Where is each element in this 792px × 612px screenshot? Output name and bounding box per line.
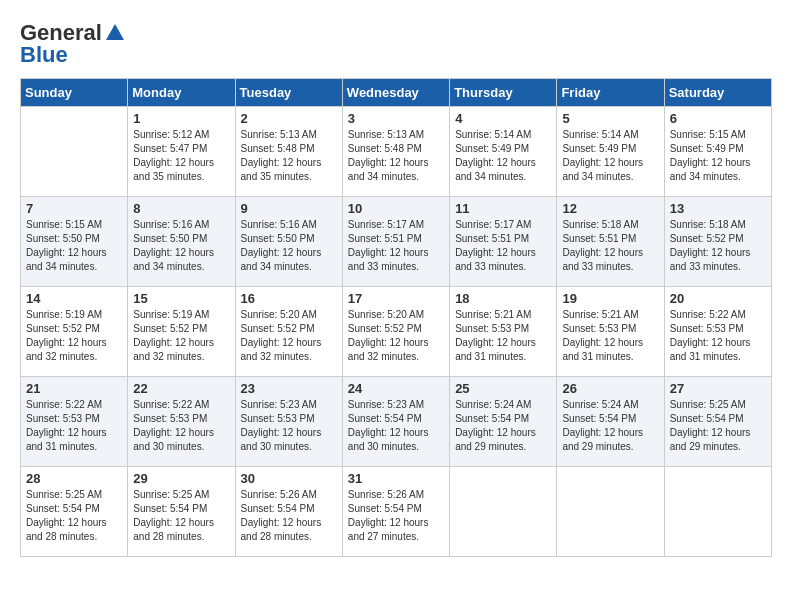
calendar-cell: 1Sunrise: 5:12 AM Sunset: 5:47 PM Daylig… — [128, 107, 235, 197]
calendar-cell: 3Sunrise: 5:13 AM Sunset: 5:48 PM Daylig… — [342, 107, 449, 197]
day-number: 8 — [133, 201, 229, 216]
day-info: Sunrise: 5:20 AM Sunset: 5:52 PM Dayligh… — [241, 308, 337, 364]
day-info: Sunrise: 5:13 AM Sunset: 5:48 PM Dayligh… — [348, 128, 444, 184]
calendar-cell: 7Sunrise: 5:15 AM Sunset: 5:50 PM Daylig… — [21, 197, 128, 287]
calendar-week-row: 21Sunrise: 5:22 AM Sunset: 5:53 PM Dayli… — [21, 377, 772, 467]
calendar-header-sunday: Sunday — [21, 79, 128, 107]
day-number: 21 — [26, 381, 122, 396]
day-number: 27 — [670, 381, 766, 396]
logo-flag-icon — [104, 22, 126, 44]
calendar-cell: 6Sunrise: 5:15 AM Sunset: 5:49 PM Daylig… — [664, 107, 771, 197]
day-number: 26 — [562, 381, 658, 396]
day-number: 23 — [241, 381, 337, 396]
calendar-cell: 23Sunrise: 5:23 AM Sunset: 5:53 PM Dayli… — [235, 377, 342, 467]
calendar-cell: 4Sunrise: 5:14 AM Sunset: 5:49 PM Daylig… — [450, 107, 557, 197]
svg-marker-0 — [106, 24, 124, 40]
day-info: Sunrise: 5:26 AM Sunset: 5:54 PM Dayligh… — [241, 488, 337, 544]
day-info: Sunrise: 5:17 AM Sunset: 5:51 PM Dayligh… — [455, 218, 551, 274]
calendar-cell: 18Sunrise: 5:21 AM Sunset: 5:53 PM Dayli… — [450, 287, 557, 377]
day-number: 11 — [455, 201, 551, 216]
day-number: 2 — [241, 111, 337, 126]
day-number: 1 — [133, 111, 229, 126]
day-info: Sunrise: 5:26 AM Sunset: 5:54 PM Dayligh… — [348, 488, 444, 544]
day-number: 28 — [26, 471, 122, 486]
calendar-cell: 8Sunrise: 5:16 AM Sunset: 5:50 PM Daylig… — [128, 197, 235, 287]
calendar-header-wednesday: Wednesday — [342, 79, 449, 107]
day-info: Sunrise: 5:22 AM Sunset: 5:53 PM Dayligh… — [670, 308, 766, 364]
calendar-cell: 11Sunrise: 5:17 AM Sunset: 5:51 PM Dayli… — [450, 197, 557, 287]
calendar-cell: 20Sunrise: 5:22 AM Sunset: 5:53 PM Dayli… — [664, 287, 771, 377]
calendar-cell: 29Sunrise: 5:25 AM Sunset: 5:54 PM Dayli… — [128, 467, 235, 557]
calendar-cell: 21Sunrise: 5:22 AM Sunset: 5:53 PM Dayli… — [21, 377, 128, 467]
day-number: 18 — [455, 291, 551, 306]
day-info: Sunrise: 5:21 AM Sunset: 5:53 PM Dayligh… — [562, 308, 658, 364]
day-info: Sunrise: 5:24 AM Sunset: 5:54 PM Dayligh… — [455, 398, 551, 454]
day-number: 16 — [241, 291, 337, 306]
day-info: Sunrise: 5:14 AM Sunset: 5:49 PM Dayligh… — [455, 128, 551, 184]
day-number: 5 — [562, 111, 658, 126]
day-info: Sunrise: 5:20 AM Sunset: 5:52 PM Dayligh… — [348, 308, 444, 364]
day-number: 17 — [348, 291, 444, 306]
calendar-cell: 24Sunrise: 5:23 AM Sunset: 5:54 PM Dayli… — [342, 377, 449, 467]
calendar-cell — [450, 467, 557, 557]
calendar-header-tuesday: Tuesday — [235, 79, 342, 107]
day-info: Sunrise: 5:13 AM Sunset: 5:48 PM Dayligh… — [241, 128, 337, 184]
day-info: Sunrise: 5:21 AM Sunset: 5:53 PM Dayligh… — [455, 308, 551, 364]
day-number: 30 — [241, 471, 337, 486]
calendar-week-row: 28Sunrise: 5:25 AM Sunset: 5:54 PM Dayli… — [21, 467, 772, 557]
day-number: 20 — [670, 291, 766, 306]
day-info: Sunrise: 5:25 AM Sunset: 5:54 PM Dayligh… — [133, 488, 229, 544]
day-number: 13 — [670, 201, 766, 216]
calendar-week-row: 7Sunrise: 5:15 AM Sunset: 5:50 PM Daylig… — [21, 197, 772, 287]
day-info: Sunrise: 5:23 AM Sunset: 5:54 PM Dayligh… — [348, 398, 444, 454]
day-info: Sunrise: 5:24 AM Sunset: 5:54 PM Dayligh… — [562, 398, 658, 454]
calendar-cell: 15Sunrise: 5:19 AM Sunset: 5:52 PM Dayli… — [128, 287, 235, 377]
day-number: 10 — [348, 201, 444, 216]
day-number: 31 — [348, 471, 444, 486]
day-number: 25 — [455, 381, 551, 396]
day-info: Sunrise: 5:15 AM Sunset: 5:49 PM Dayligh… — [670, 128, 766, 184]
calendar-header-row: SundayMondayTuesdayWednesdayThursdayFrid… — [21, 79, 772, 107]
day-number: 14 — [26, 291, 122, 306]
calendar-header-friday: Friday — [557, 79, 664, 107]
calendar-cell: 13Sunrise: 5:18 AM Sunset: 5:52 PM Dayli… — [664, 197, 771, 287]
calendar-week-row: 1Sunrise: 5:12 AM Sunset: 5:47 PM Daylig… — [21, 107, 772, 197]
day-info: Sunrise: 5:18 AM Sunset: 5:51 PM Dayligh… — [562, 218, 658, 274]
calendar-header-thursday: Thursday — [450, 79, 557, 107]
day-info: Sunrise: 5:25 AM Sunset: 5:54 PM Dayligh… — [26, 488, 122, 544]
calendar-cell: 19Sunrise: 5:21 AM Sunset: 5:53 PM Dayli… — [557, 287, 664, 377]
calendar-cell: 28Sunrise: 5:25 AM Sunset: 5:54 PM Dayli… — [21, 467, 128, 557]
day-number: 29 — [133, 471, 229, 486]
day-info: Sunrise: 5:14 AM Sunset: 5:49 PM Dayligh… — [562, 128, 658, 184]
calendar-header-saturday: Saturday — [664, 79, 771, 107]
calendar-header-monday: Monday — [128, 79, 235, 107]
day-number: 24 — [348, 381, 444, 396]
day-info: Sunrise: 5:16 AM Sunset: 5:50 PM Dayligh… — [241, 218, 337, 274]
header: General Blue — [20, 20, 772, 68]
day-number: 6 — [670, 111, 766, 126]
day-info: Sunrise: 5:19 AM Sunset: 5:52 PM Dayligh… — [133, 308, 229, 364]
calendar-table: SundayMondayTuesdayWednesdayThursdayFrid… — [20, 78, 772, 557]
day-info: Sunrise: 5:17 AM Sunset: 5:51 PM Dayligh… — [348, 218, 444, 274]
day-info: Sunrise: 5:19 AM Sunset: 5:52 PM Dayligh… — [26, 308, 122, 364]
day-info: Sunrise: 5:25 AM Sunset: 5:54 PM Dayligh… — [670, 398, 766, 454]
calendar-cell: 10Sunrise: 5:17 AM Sunset: 5:51 PM Dayli… — [342, 197, 449, 287]
day-info: Sunrise: 5:12 AM Sunset: 5:47 PM Dayligh… — [133, 128, 229, 184]
calendar-cell: 22Sunrise: 5:22 AM Sunset: 5:53 PM Dayli… — [128, 377, 235, 467]
day-number: 22 — [133, 381, 229, 396]
day-number: 19 — [562, 291, 658, 306]
day-number: 4 — [455, 111, 551, 126]
day-number: 7 — [26, 201, 122, 216]
calendar-cell: 27Sunrise: 5:25 AM Sunset: 5:54 PM Dayli… — [664, 377, 771, 467]
calendar-cell: 31Sunrise: 5:26 AM Sunset: 5:54 PM Dayli… — [342, 467, 449, 557]
calendar-week-row: 14Sunrise: 5:19 AM Sunset: 5:52 PM Dayli… — [21, 287, 772, 377]
day-number: 9 — [241, 201, 337, 216]
calendar-cell — [557, 467, 664, 557]
day-info: Sunrise: 5:23 AM Sunset: 5:53 PM Dayligh… — [241, 398, 337, 454]
day-number: 3 — [348, 111, 444, 126]
day-number: 12 — [562, 201, 658, 216]
day-info: Sunrise: 5:16 AM Sunset: 5:50 PM Dayligh… — [133, 218, 229, 274]
day-info: Sunrise: 5:22 AM Sunset: 5:53 PM Dayligh… — [26, 398, 122, 454]
calendar-cell: 5Sunrise: 5:14 AM Sunset: 5:49 PM Daylig… — [557, 107, 664, 197]
calendar-cell: 25Sunrise: 5:24 AM Sunset: 5:54 PM Dayli… — [450, 377, 557, 467]
